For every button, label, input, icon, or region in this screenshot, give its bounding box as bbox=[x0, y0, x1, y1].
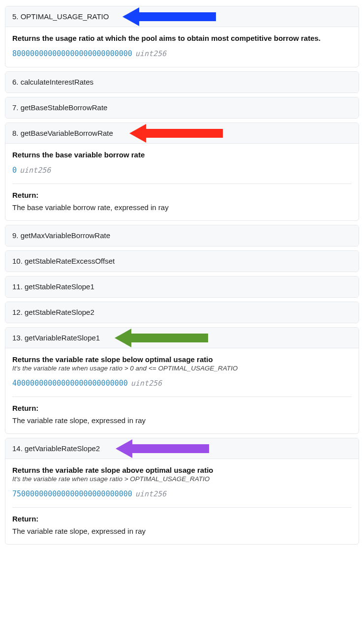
function-name: getVariableRateSlope2 bbox=[25, 444, 100, 453]
function-name: getBaseStableBorrowRate bbox=[21, 103, 108, 112]
annotation-arrow bbox=[129, 122, 223, 145]
function-body: Returns the variable rate slope below op… bbox=[5, 348, 359, 433]
function-index: 13. bbox=[12, 334, 23, 342]
value-row: 800000000000000000000000000uint256 bbox=[12, 49, 352, 58]
function-item: 9. getMaxVariableBorrowRate bbox=[5, 225, 359, 246]
svg-marker-2 bbox=[115, 329, 208, 347]
function-name: getStableRateExcessOffset bbox=[25, 257, 115, 265]
function-name: getBaseVariableBorrowRate bbox=[21, 129, 113, 137]
function-item: 14. getVariableRateSlope2 Returns the va… bbox=[5, 438, 359, 545]
function-description: Returns the base variable borrow rate bbox=[12, 151, 352, 159]
divider bbox=[12, 507, 352, 508]
function-name: OPTIMAL_USAGE_RATIO bbox=[21, 12, 109, 21]
function-item: 10. getStableRateExcessOffset bbox=[5, 250, 359, 272]
function-index: 7. bbox=[12, 103, 19, 112]
function-subdescription: It's the variable rate when usage ratio … bbox=[12, 475, 352, 483]
function-item: 12. getStableRateSlope2 bbox=[5, 302, 359, 323]
function-header[interactable]: 5. OPTIMAL_USAGE_RATIO bbox=[5, 6, 359, 27]
return-text: The base variable borrow rate, expressed… bbox=[12, 203, 352, 212]
function-header[interactable]: 13. getVariableRateSlope1 bbox=[5, 328, 359, 348]
function-header[interactable]: 11. getStableRateSlope1 bbox=[5, 276, 359, 297]
value-row: 750000000000000000000000000uint256 bbox=[12, 489, 352, 498]
function-header[interactable]: 6. calculateInterestRates bbox=[5, 72, 359, 92]
function-name: getStableRateSlope1 bbox=[25, 282, 94, 291]
function-index: 11. bbox=[12, 282, 23, 291]
function-list: 5. OPTIMAL_USAGE_RATIO Returns the usage… bbox=[5, 6, 359, 545]
value-row: 0uint256 bbox=[12, 166, 352, 175]
function-description: Returns the variable rate slope above op… bbox=[12, 466, 352, 474]
function-index: 9. bbox=[12, 231, 19, 240]
function-value: 0 bbox=[12, 166, 17, 175]
function-name: getMaxVariableBorrowRate bbox=[21, 231, 110, 240]
value-row: 40000000000000000000000000uint256 bbox=[12, 379, 352, 388]
svg-marker-0 bbox=[122, 7, 216, 26]
annotation-arrow bbox=[116, 438, 209, 460]
function-header[interactable]: 12. getStableRateSlope2 bbox=[5, 302, 359, 323]
function-name: getStableRateSlope2 bbox=[25, 308, 94, 316]
function-body: Returns the variable rate slope above op… bbox=[5, 459, 359, 544]
function-header[interactable]: 8. getBaseVariableBorrowRate bbox=[5, 123, 359, 144]
function-index: 12. bbox=[12, 308, 23, 316]
divider bbox=[12, 183, 352, 184]
function-type: uint256 bbox=[135, 489, 166, 498]
annotation-arrow bbox=[115, 327, 208, 349]
svg-marker-3 bbox=[116, 439, 209, 458]
return-label: Return: bbox=[12, 191, 352, 199]
function-subdescription: It's the variable rate when usage ratio … bbox=[12, 365, 352, 372]
function-name: getVariableRateSlope1 bbox=[25, 334, 100, 342]
function-body: Returns the usage ratio at which the poo… bbox=[5, 27, 359, 67]
function-header[interactable]: 7. getBaseStableBorrowRate bbox=[5, 97, 359, 118]
function-header[interactable]: 14. getVariableRateSlope2 bbox=[5, 438, 359, 459]
function-index: 10. bbox=[12, 257, 23, 265]
function-index: 8. bbox=[12, 129, 19, 137]
function-value: 750000000000000000000000000 bbox=[12, 489, 132, 498]
function-item: 11. getStableRateSlope1 bbox=[5, 276, 359, 298]
function-item: 7. getBaseStableBorrowRate bbox=[5, 97, 359, 119]
function-index: 6. bbox=[12, 78, 19, 86]
function-item: 5. OPTIMAL_USAGE_RATIO Returns the usage… bbox=[5, 6, 359, 67]
function-header[interactable]: 9. getMaxVariableBorrowRate bbox=[5, 225, 359, 246]
svg-marker-1 bbox=[129, 124, 223, 143]
function-value: 40000000000000000000000000 bbox=[12, 379, 128, 388]
function-item: 8. getBaseVariableBorrowRate Returns the… bbox=[5, 122, 359, 221]
function-type: uint256 bbox=[20, 166, 51, 175]
function-header[interactable]: 10. getStableRateExcessOffset bbox=[5, 251, 359, 272]
function-index: 5. bbox=[12, 12, 19, 21]
return-text: The variable rate slope, expressed in ra… bbox=[12, 416, 352, 425]
function-index: 14. bbox=[12, 444, 23, 453]
function-item: 13. getVariableRateSlope1 Returns the va… bbox=[5, 327, 359, 434]
function-description: Returns the variable rate slope below op… bbox=[12, 355, 352, 364]
annotation-arrow bbox=[122, 6, 216, 28]
function-value: 800000000000000000000000000 bbox=[12, 49, 132, 58]
return-label: Return: bbox=[12, 404, 352, 412]
function-item: 6. calculateInterestRates bbox=[5, 71, 359, 93]
function-name: calculateInterestRates bbox=[21, 78, 93, 86]
return-label: Return: bbox=[12, 515, 352, 523]
function-description: Returns the usage ratio at which the poo… bbox=[12, 34, 352, 42]
function-body: Returns the base variable borrow rate0ui… bbox=[5, 144, 359, 220]
divider bbox=[12, 397, 352, 397]
function-type: uint256 bbox=[135, 49, 166, 58]
function-type: uint256 bbox=[131, 379, 162, 388]
return-text: The variable rate slope, expressed in ra… bbox=[12, 527, 352, 535]
